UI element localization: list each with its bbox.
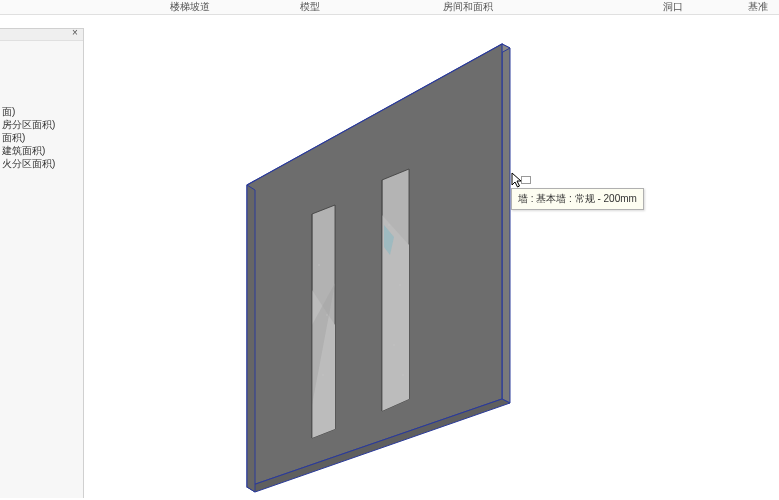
svg-point-4: [399, 284, 401, 286]
element-tooltip: 墙 : 基本墙 : 常规 - 200mm: [511, 188, 644, 210]
side-panel-items: 面) 房分区面积) 面积) 建筑面积) 火分区面积): [0, 41, 83, 170]
ribbon-tab-opening[interactable]: 洞口: [653, 0, 693, 14]
wall-left-face: [247, 185, 255, 492]
side-item[interactable]: 面): [0, 105, 83, 118]
svg-point-1: [326, 314, 328, 316]
viewport-3d[interactable]: 墙 : 基本墙 : 常规 - 200mm: [87, 15, 779, 500]
svg-point-0: [318, 264, 320, 266]
wall-front-face[interactable]: [247, 44, 502, 487]
ribbon-tabs-row: 楼梯坡道 模型 房间和面积 洞口 基准: [0, 0, 779, 14]
wall-model[interactable]: [87, 15, 779, 500]
svg-point-2: [322, 374, 324, 376]
svg-point-3: [388, 224, 390, 226]
side-panel-header: ×: [0, 29, 83, 41]
side-item[interactable]: 房分区面积): [0, 118, 83, 131]
wall-right-face: [502, 44, 510, 403]
ribbon-tab-model[interactable]: 模型: [290, 0, 330, 14]
ribbon-tab-stairs-ramp[interactable]: 楼梯坡道: [160, 0, 220, 14]
side-panel: × 面) 房分区面积) 面积) 建筑面积) 火分区面积): [0, 28, 84, 498]
close-icon[interactable]: ×: [69, 28, 81, 40]
side-item[interactable]: 建筑面积): [0, 144, 83, 157]
side-item[interactable]: 面积): [0, 131, 83, 144]
svg-point-6: [402, 374, 404, 376]
ribbon-tab-datum[interactable]: 基准: [738, 0, 778, 14]
side-item[interactable]: 火分区面积): [0, 157, 83, 170]
ribbon-tab-room-area[interactable]: 房间和面积: [433, 0, 503, 14]
svg-point-5: [393, 344, 395, 346]
